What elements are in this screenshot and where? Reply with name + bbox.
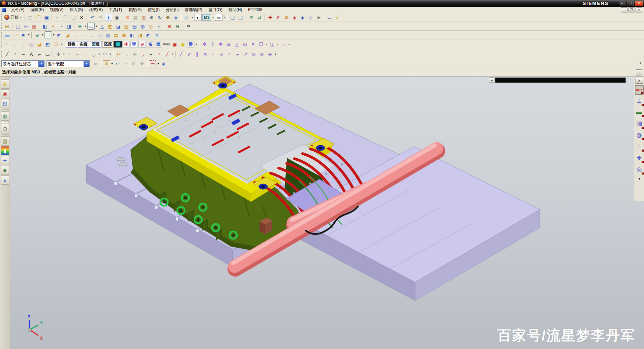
new-file-icon[interactable]: ▢ xyxy=(27,14,34,21)
circle-center-icon[interactable]: ⊙ xyxy=(250,51,257,58)
solid-select-icon[interactable]: ◈ xyxy=(160,60,167,67)
hole-icon-dropdown[interactable]: ▾ xyxy=(84,25,87,28)
menu-format[interactable]: 格式(R) xyxy=(86,7,105,13)
pad-icon[interactable]: ◩ xyxy=(106,23,114,30)
datum-grid-icon[interactable]: ▦ xyxy=(30,23,38,30)
child-close-button[interactable]: ✕ xyxy=(636,7,642,12)
arrow-up-icon[interactable]: ↗ xyxy=(242,51,249,58)
view-layout-button[interactable]: M3 xyxy=(202,14,211,21)
selection-filter-arrow-icon[interactable]: ▼ xyxy=(38,61,44,67)
assembly-navigator-icon[interactable]: ≣ xyxy=(248,14,255,21)
rectangle-select-icon-dropdown[interactable]: ▾ xyxy=(157,62,160,65)
selection-scope-dropdown[interactable]: 整个装配 ▼ xyxy=(47,60,90,67)
constraint-navigator-tab[interactable]: ◉ xyxy=(1,89,9,98)
close-part-icon[interactable]: ✕ xyxy=(124,14,131,21)
clip-work-section-icon[interactable]: ❏ xyxy=(237,14,244,21)
sketch-line-icon[interactable]: ╱ xyxy=(177,51,185,58)
trim-body-icon[interactable]: ◨ xyxy=(136,31,144,38)
immediate-hide-icon[interactable]: ◈ xyxy=(299,14,306,21)
face-display-button[interactable]: 面 xyxy=(114,41,122,47)
circle-radius-icon[interactable]: ⊘ xyxy=(258,51,266,58)
stiffener-icon[interactable]: ▥ xyxy=(104,31,112,38)
redo-icon[interactable]: ↷ xyxy=(97,14,104,21)
block-icon[interactable]: ■ xyxy=(20,31,27,38)
wave-link-icon[interactable]: ❖ xyxy=(217,41,224,48)
menu-analysis[interactable]: 分析(L) xyxy=(163,7,182,13)
display-part-icon[interactable]: ▦ xyxy=(132,14,139,21)
wave-cylinder-icon[interactable]: ◎ xyxy=(241,41,249,48)
cross-line-icon[interactable]: ✕ xyxy=(202,51,209,58)
background-icon[interactable]: ▭ xyxy=(215,14,222,21)
datum-axis-icon[interactable]: ⊟ xyxy=(22,23,30,30)
quick-trim-icon[interactable]: ✄ xyxy=(115,51,122,58)
face-icon[interactable]: ▱ xyxy=(44,31,52,38)
rib-icon[interactable]: ▥ xyxy=(123,23,130,30)
cue-scroll-left-icon[interactable]: ◄ xyxy=(489,77,494,83)
bend-icon[interactable]: ◢ xyxy=(64,31,71,38)
menu-tools[interactable]: 工具(T) xyxy=(106,7,125,13)
pad-block-icon[interactable]: ▬ xyxy=(3,31,11,38)
sweep-icon[interactable]: ◔ xyxy=(57,23,65,30)
extrude-icon[interactable]: ◧ xyxy=(41,23,49,30)
text-icon[interactable]: A xyxy=(28,51,35,58)
copy-text-icon[interactable]: Copy xyxy=(163,41,170,48)
project-curve-icon[interactable]: ◡ xyxy=(90,51,97,58)
pierce-icon[interactable]: ◉ xyxy=(120,31,128,38)
tilt-face-icon[interactable]: ◥ xyxy=(153,31,160,38)
pocket-icon[interactable]: ▭ xyxy=(87,23,95,30)
start-button[interactable]: 开始▾ xyxy=(3,14,24,21)
ellipse-icon[interactable]: ⊖ xyxy=(266,51,274,58)
arc-icon[interactable]: ◝ xyxy=(11,51,19,58)
measure-angle-icon[interactable]: ∠ xyxy=(334,14,341,21)
rectangle-icon[interactable]: ▭ xyxy=(44,51,51,58)
rectangle-select-icon[interactable]: ▭ xyxy=(149,60,156,67)
through-curves-icon[interactable]: ◟ xyxy=(11,41,19,48)
delete-expression-icon[interactable]: ✕I xyxy=(185,23,192,30)
bridge-curve-icon[interactable]: ⌢ xyxy=(74,51,81,58)
wave-copy-icon[interactable]: ❐ xyxy=(257,41,265,48)
wave-dimension-icon[interactable]: ↔ xyxy=(280,41,287,48)
block-icon-dropdown[interactable]: ▾ xyxy=(27,33,30,36)
subtract-icon[interactable]: ⊖ xyxy=(174,23,181,30)
assembly-constraints-icon[interactable]: ⇄ xyxy=(256,14,263,21)
quick-pick-icon[interactable]: ◔ xyxy=(122,60,129,67)
ellipse-icon-dropdown[interactable]: ▾ xyxy=(274,53,277,56)
sketch-vector-icon[interactable]: ⇙ xyxy=(185,51,193,58)
cad-model-canvas[interactable]: Z Y X xyxy=(10,76,644,349)
minimize-button[interactable]: ─ xyxy=(619,1,625,6)
deselect-icon[interactable]: ⊕ xyxy=(130,60,137,67)
delete-icon[interactable]: ✕ xyxy=(78,14,85,21)
quick-extend-icon[interactable]: → xyxy=(123,51,130,58)
render-style-icon[interactable]: ◐ xyxy=(194,14,202,21)
spline-icon[interactable]: ∼ xyxy=(20,51,27,58)
split-body-icon[interactable]: ◧ xyxy=(128,31,136,38)
sketch-chamfer-icon[interactable]: ╱ xyxy=(163,51,171,58)
sketch-fillet-icon[interactable]: ◞ xyxy=(139,51,147,58)
ruled-surface-icon[interactable]: ◜ xyxy=(3,41,11,48)
point-icon-dropdown[interactable]: ▾ xyxy=(62,53,65,56)
contour-flange-icon[interactable]: ◡ xyxy=(72,31,79,38)
offset-surface-icon-dropdown[interactable]: ▾ xyxy=(60,43,63,46)
assembly-navigator-tab[interactable]: ⊞ xyxy=(1,80,9,89)
groove-icon[interactable]: ◍ xyxy=(139,23,146,30)
move-component-icon[interactable]: ↱ xyxy=(275,14,282,21)
snap-point-icon-dropdown[interactable]: ▾ xyxy=(111,62,114,65)
draft-icon[interactable]: ◤ xyxy=(56,31,63,38)
child-minimize-button[interactable]: ─ xyxy=(621,7,627,12)
tools-tab[interactable]: ✦ xyxy=(1,156,9,165)
clip-section-icon[interactable]: ❏ xyxy=(229,14,236,21)
menu-window[interactable]: 窗口(O) xyxy=(206,7,225,13)
menu-assemblies[interactable]: 装配(A) xyxy=(125,7,144,13)
background-icon-dropdown[interactable]: ▾ xyxy=(223,16,226,19)
solid-transparent-button[interactable]: 实透 xyxy=(78,41,89,47)
arc-fillet-icon[interactable]: ◝ xyxy=(155,51,163,58)
restore-button[interactable]: ❐ xyxy=(627,1,634,6)
fit-window-icon[interactable]: ❒ xyxy=(636,69,642,75)
menu-insert[interactable]: 插入(S) xyxy=(67,7,86,13)
offset-curve-icon[interactable]: ⌣ xyxy=(66,51,73,58)
boss-icon[interactable]: △ xyxy=(98,23,106,30)
swept-surface-icon[interactable]: ◞ xyxy=(20,41,27,48)
project-curve-icon-dropdown[interactable]: ▾ xyxy=(98,53,101,56)
palette-key-item[interactable]: KEY xyxy=(635,85,644,95)
wave-delta-icon[interactable]: ◬ xyxy=(233,41,241,48)
